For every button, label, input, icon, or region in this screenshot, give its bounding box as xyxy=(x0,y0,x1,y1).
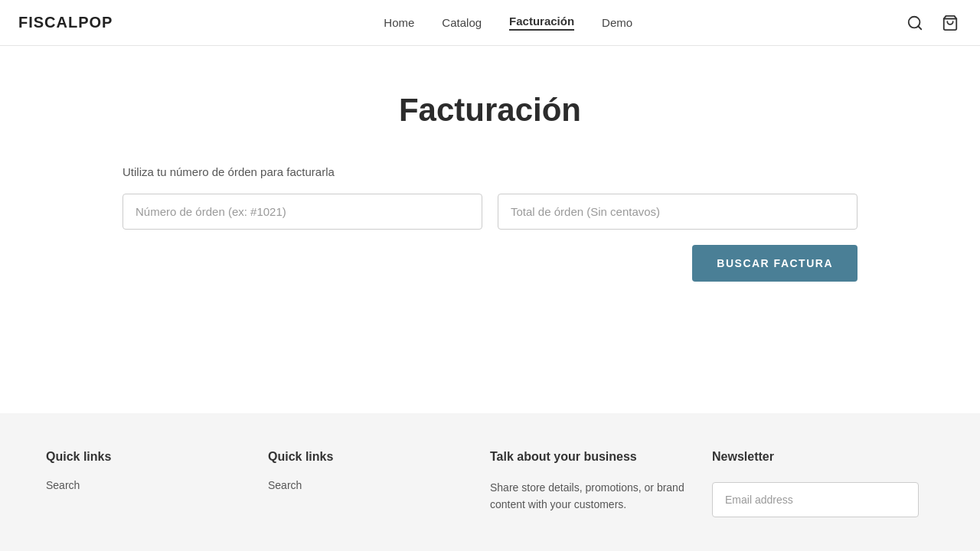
footer-col-3-title: Talk about your business xyxy=(490,450,697,464)
footer-col-4: Newsletter xyxy=(712,450,934,517)
nav-home[interactable]: Home xyxy=(384,16,414,29)
footer-search-link-1[interactable]: Search xyxy=(46,479,253,491)
buscar-factura-button[interactable]: BUSCAR FACTURA xyxy=(692,245,858,282)
footer-col-3: Talk about your business Share store det… xyxy=(490,450,712,517)
footer-col-2-title: Quick links xyxy=(268,450,475,464)
form-button-row: BUSCAR FACTURA xyxy=(122,245,858,282)
cart-icon-button[interactable] xyxy=(939,11,962,34)
search-icon-button[interactable] xyxy=(903,11,926,34)
footer-search-link-2[interactable]: Search xyxy=(268,479,475,491)
footer-business-text: Share store details, promotions, or bran… xyxy=(490,479,697,514)
order-number-input[interactable] xyxy=(122,194,482,230)
form-subtitle: Utiliza tu número de órden para facturar… xyxy=(122,165,858,178)
newsletter-email-input[interactable] xyxy=(712,482,919,517)
nav-catalog[interactable]: Catalog xyxy=(442,16,482,29)
footer-col-4-title: Newsletter xyxy=(712,450,919,464)
factura-form-row xyxy=(122,194,858,230)
footer-col-2: Quick links Search xyxy=(268,450,490,517)
footer-col-1-title: Quick links xyxy=(46,450,253,464)
main-nav: Home Catalog Facturación Demo xyxy=(384,15,632,31)
svg-line-1 xyxy=(918,26,921,29)
order-total-input[interactable] xyxy=(498,194,858,230)
brand-logo[interactable]: FISCALPOP xyxy=(18,14,113,31)
nav-facturacion[interactable]: Facturación xyxy=(509,15,574,31)
main-content: Facturación Utiliza tu número de órden p… xyxy=(0,46,980,413)
footer-col-1: Quick links Search xyxy=(46,450,268,517)
search-icon xyxy=(906,15,923,31)
cart-icon xyxy=(942,15,959,31)
site-header: FISCALPOP Home Catalog Facturación Demo xyxy=(0,0,980,46)
site-footer: Quick links Search Quick links Search Ta… xyxy=(0,413,980,551)
nav-demo[interactable]: Demo xyxy=(602,16,632,29)
header-actions xyxy=(903,11,962,34)
page-title: Facturación xyxy=(122,92,858,129)
